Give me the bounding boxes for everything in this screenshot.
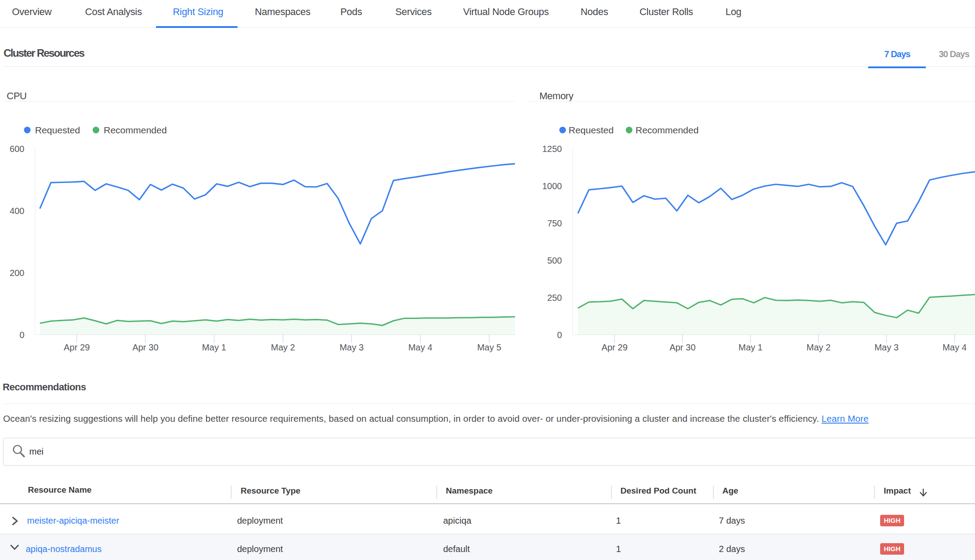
svg-text:May 1: May 1 — [738, 342, 762, 352]
svg-text:1000: 1000 — [542, 181, 562, 191]
svg-text:Apr 29: Apr 29 — [64, 342, 90, 352]
svg-text:0: 0 — [20, 330, 24, 340]
svg-text:May 4: May 4 — [943, 342, 967, 352]
svg-text:400: 400 — [10, 206, 24, 216]
svg-text:500: 500 — [547, 256, 562, 265]
svg-text:Apr 29: Apr 29 — [601, 342, 628, 352]
svg-text:600: 600 — [10, 144, 24, 154]
svg-text:May 2: May 2 — [807, 342, 831, 352]
svg-text:May 3: May 3 — [339, 342, 363, 352]
svg-text:750: 750 — [547, 218, 562, 228]
svg-text:0: 0 — [557, 330, 562, 340]
svg-text:1250: 1250 — [542, 144, 562, 154]
svg-text:May 4: May 4 — [408, 342, 432, 352]
svg-text:200: 200 — [10, 268, 24, 278]
svg-text:May 2: May 2 — [271, 342, 295, 352]
svg-text:May 1: May 1 — [202, 342, 226, 352]
svg-text:Apr 30: Apr 30 — [670, 342, 696, 352]
svg-text:250: 250 — [547, 293, 562, 303]
svg-text:Apr 30: Apr 30 — [133, 342, 159, 352]
svg-text:May 3: May 3 — [874, 342, 898, 352]
svg-text:May 5: May 5 — [477, 342, 501, 352]
